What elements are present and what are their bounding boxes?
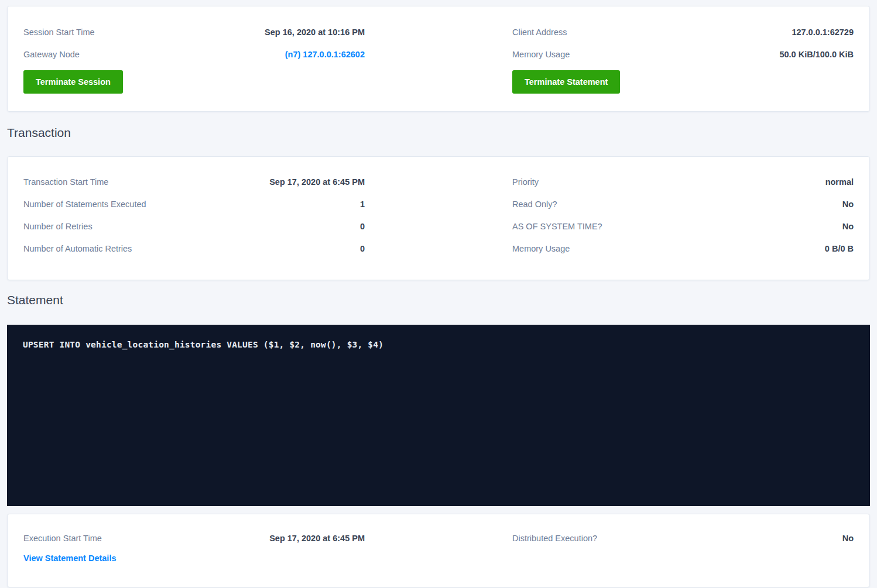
distributed-execution-row: Distributed Execution? No xyxy=(512,527,854,549)
sql-statement-box: UPSERT INTO vehicle_location_histories V… xyxy=(7,325,870,506)
as-of-system-time-label: AS OF SYSTEM TIME? xyxy=(512,222,602,231)
priority-value: normal xyxy=(825,177,854,187)
transaction-memory-usage-value: 0 B/0 B xyxy=(825,244,854,253)
number-of-retries-label: Number of Retries xyxy=(23,222,93,231)
read-only-row: Read Only? No xyxy=(512,193,854,215)
session-memory-usage-row: Memory Usage 50.0 KiB/100.0 KiB xyxy=(512,43,854,66)
execution-start-time-label: Execution Start Time xyxy=(23,534,102,543)
execution-start-time-value: Sep 17, 2020 at 6:45 PM xyxy=(269,534,365,543)
session-start-time-label: Session Start Time xyxy=(23,27,95,37)
gateway-node-label: Gateway Node xyxy=(23,50,80,59)
statements-executed-row: Number of Statements Executed 1 xyxy=(23,193,365,215)
session-start-time-row: Session Start Time Sep 16, 2020 at 10:16… xyxy=(23,21,365,43)
number-of-retries-row: Number of Retries 0 xyxy=(23,215,365,238)
session-start-time-value: Sep 16, 2020 at 10:16 PM xyxy=(265,27,365,37)
sql-statement-text: UPSERT INTO vehicle_location_histories V… xyxy=(23,340,854,349)
read-only-label: Read Only? xyxy=(512,200,557,209)
client-address-value: 127.0.0.1:62729 xyxy=(792,27,854,37)
terminate-session-button[interactable]: Terminate Session xyxy=(23,70,123,94)
automatic-retries-value: 0 xyxy=(360,244,365,253)
transaction-memory-usage-row: Memory Usage 0 B/0 B xyxy=(512,238,854,260)
as-of-system-time-row: AS OF SYSTEM TIME? No xyxy=(512,215,854,238)
session-card-right-column: Client Address 127.0.0.1:62729 Memory Us… xyxy=(512,21,854,94)
execution-card-left-column: Execution Start Time Sep 17, 2020 at 6:4… xyxy=(23,527,365,563)
transaction-heading: Transaction xyxy=(7,125,870,141)
execution-card-right-column: Distributed Execution? No xyxy=(512,527,854,563)
automatic-retries-label: Number of Automatic Retries xyxy=(23,244,132,253)
transaction-start-time-value: Sep 17, 2020 at 6:45 PM xyxy=(269,177,365,187)
transaction-card: Transaction Start Time Sep 17, 2020 at 6… xyxy=(7,156,870,280)
transaction-start-time-row: Transaction Start Time Sep 17, 2020 at 6… xyxy=(23,171,365,193)
transaction-memory-usage-label: Memory Usage xyxy=(512,244,570,253)
session-memory-usage-label: Memory Usage xyxy=(512,50,570,59)
execution-start-time-row: Execution Start Time Sep 17, 2020 at 6:4… xyxy=(23,527,365,549)
view-statement-details-link[interactable]: View Statement Details xyxy=(23,553,117,563)
distributed-execution-value: No xyxy=(842,534,854,543)
statements-executed-label: Number of Statements Executed xyxy=(23,200,146,209)
statement-execution-card: Execution Start Time Sep 17, 2020 at 6:4… xyxy=(7,514,870,587)
transaction-card-right-column: Priority normal Read Only? No AS OF SYST… xyxy=(512,171,854,260)
session-memory-usage-value: 50.0 KiB/100.0 KiB xyxy=(779,50,854,59)
distributed-execution-label: Distributed Execution? xyxy=(512,534,597,543)
terminate-statement-button[interactable]: Terminate Statement xyxy=(512,70,620,94)
transaction-card-left-column: Transaction Start Time Sep 17, 2020 at 6… xyxy=(23,171,365,260)
transaction-start-time-label: Transaction Start Time xyxy=(23,177,108,187)
session-summary-card: Session Start Time Sep 16, 2020 at 10:16… xyxy=(7,6,870,112)
gateway-node-row: Gateway Node (n7) 127.0.0.1:62602 xyxy=(23,43,365,66)
read-only-value: No xyxy=(842,200,854,209)
as-of-system-time-value: No xyxy=(842,222,854,231)
session-card-left-column: Session Start Time Sep 16, 2020 at 10:16… xyxy=(23,21,365,94)
client-address-label: Client Address xyxy=(512,27,567,37)
automatic-retries-row: Number of Automatic Retries 0 xyxy=(23,238,365,260)
priority-label: Priority xyxy=(512,177,539,187)
client-address-row: Client Address 127.0.0.1:62729 xyxy=(512,21,854,43)
number-of-retries-value: 0 xyxy=(360,222,365,231)
statements-executed-value: 1 xyxy=(360,200,365,209)
statement-heading: Statement xyxy=(7,292,870,308)
gateway-node-link[interactable]: (n7) 127.0.0.1:62602 xyxy=(285,50,365,59)
priority-row: Priority normal xyxy=(512,171,854,193)
